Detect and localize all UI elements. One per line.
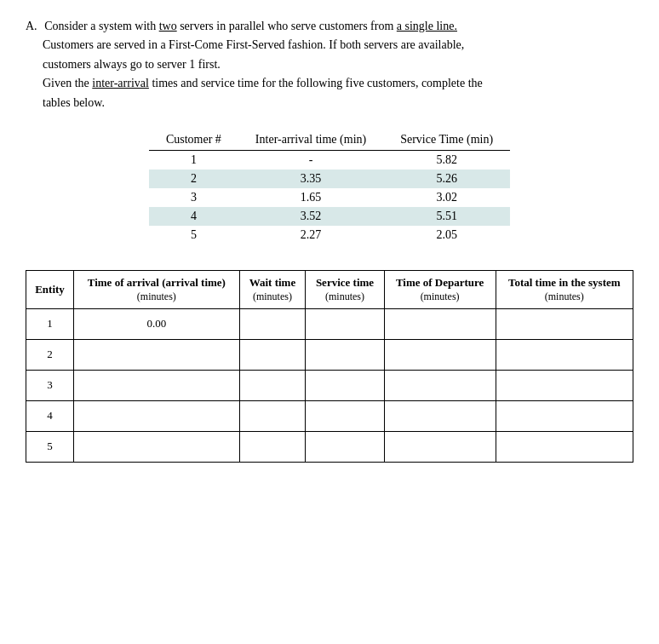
top-cell-inter-arrival: - [238, 150, 383, 170]
problem-label: A. [26, 20, 37, 32]
sim-table: Entity Time of arrival (arrival time) (m… [26, 270, 633, 463]
sim-cell-service [306, 431, 385, 462]
sim-cell-departure [384, 339, 496, 370]
sim-cell-departure [384, 370, 496, 400]
underline-two: two [159, 20, 177, 32]
top-cell-inter-arrival: 2.27 [238, 226, 383, 244]
sim-table-row: 4 [26, 400, 633, 431]
sim-cell-arrival: 0.00 [74, 308, 240, 339]
top-cell-service-time: 3.02 [383, 188, 510, 207]
underline-inter-arrival: inter-arrival [92, 77, 149, 89]
top-table-row: 2 3.35 5.26 [149, 170, 510, 188]
sim-cell-arrival [74, 400, 240, 431]
top-cell-service-time: 5.26 [383, 170, 510, 188]
top-cell-customer: 3 [149, 188, 238, 207]
sim-cell-entity: 2 [26, 339, 74, 370]
sim-cell-total [496, 339, 633, 370]
sim-col-arrival: Time of arrival (arrival time) (minutes) [74, 270, 240, 308]
sim-col-departure: Time of Departure (minutes) [384, 270, 496, 308]
col-header-inter-arrival: Inter-arrival time (min) [238, 129, 383, 151]
sim-table-row: 5 [26, 431, 633, 462]
sim-col-entity: Entity [26, 270, 74, 308]
sim-cell-arrival [74, 339, 240, 370]
problem-section: A. Consider a system with two servers in… [26, 17, 633, 244]
sim-cell-service [306, 370, 385, 400]
sim-cell-wait [239, 370, 306, 400]
sim-col-total: Total time in the system (minutes) [496, 270, 633, 308]
top-cell-customer: 2 [149, 170, 238, 188]
sim-col-wait: Wait time (minutes) [239, 270, 306, 308]
top-table-row: 1 - 5.82 [149, 150, 510, 170]
sim-cell-arrival [74, 370, 240, 400]
col-header-service-time: Service Time (min) [383, 129, 510, 151]
sim-cell-service [306, 339, 385, 370]
sim-cell-departure [384, 431, 496, 462]
top-cell-customer: 4 [149, 207, 238, 226]
top-table-row: 3 1.65 3.02 [149, 188, 510, 207]
sim-cell-wait [239, 431, 306, 462]
top-cell-inter-arrival: 3.35 [238, 170, 383, 188]
data-table-container: Customer # Inter-arrival time (min) Serv… [26, 129, 633, 244]
col-header-customer: Customer # [149, 129, 238, 151]
top-table: Customer # Inter-arrival time (min) Serv… [149, 129, 510, 244]
sim-cell-entity: 4 [26, 400, 74, 431]
sim-cell-wait [239, 339, 306, 370]
sim-table-row: 1 0.00 [26, 308, 633, 339]
top-cell-inter-arrival: 1.65 [238, 188, 383, 207]
sim-cell-entity: 3 [26, 370, 74, 400]
sim-cell-entity: 1 [26, 308, 74, 339]
sim-col-service: Service time (minutes) [306, 270, 385, 308]
sim-table-row: 2 [26, 339, 633, 370]
top-cell-service-time: 5.82 [383, 150, 510, 170]
top-cell-customer: 5 [149, 226, 238, 244]
top-cell-inter-arrival: 3.52 [238, 207, 383, 226]
sim-cell-service [306, 400, 385, 431]
sim-cell-total [496, 400, 633, 431]
underline-single-line: a single line. [397, 20, 457, 32]
sim-cell-service [306, 308, 385, 339]
top-cell-customer: 1 [149, 150, 238, 170]
top-cell-service-time: 5.51 [383, 207, 510, 226]
sim-cell-total [496, 431, 633, 462]
sim-cell-entity: 5 [26, 431, 74, 462]
sim-cell-departure [384, 400, 496, 431]
sim-table-container: Entity Time of arrival (arrival time) (m… [26, 270, 633, 463]
problem-text: A. Consider a system with two servers in… [43, 17, 633, 112]
sim-table-row: 3 [26, 370, 633, 400]
top-table-row: 4 3.52 5.51 [149, 207, 510, 226]
sim-cell-total [496, 370, 633, 400]
sim-cell-departure [384, 308, 496, 339]
sim-cell-wait [239, 400, 306, 431]
sim-cell-wait [239, 308, 306, 339]
sim-cell-arrival [74, 431, 240, 462]
sim-cell-total [496, 308, 633, 339]
top-cell-service-time: 2.05 [383, 226, 510, 244]
top-table-row: 5 2.27 2.05 [149, 226, 510, 244]
